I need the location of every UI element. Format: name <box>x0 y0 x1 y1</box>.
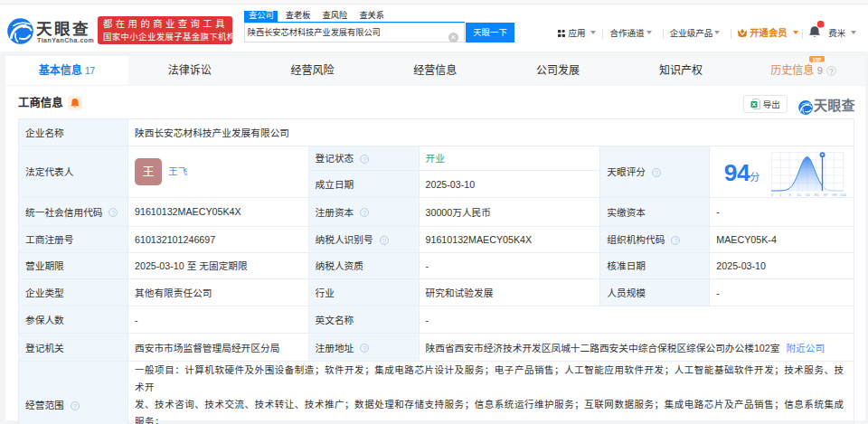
svg-text:VIP: VIP <box>813 56 821 61</box>
svg-text:100: 100 <box>840 193 847 197</box>
svg-text:0: 0 <box>771 193 774 197</box>
svg-text:85: 85 <box>815 193 819 197</box>
svg-text:50: 50 <box>806 193 810 197</box>
svg-text:1: 1 <box>780 193 783 197</box>
svg-text:3: 3 <box>788 193 791 197</box>
svg-text:15: 15 <box>797 193 801 197</box>
svg-text:97: 97 <box>824 193 828 197</box>
svg-text:99: 99 <box>833 193 837 197</box>
